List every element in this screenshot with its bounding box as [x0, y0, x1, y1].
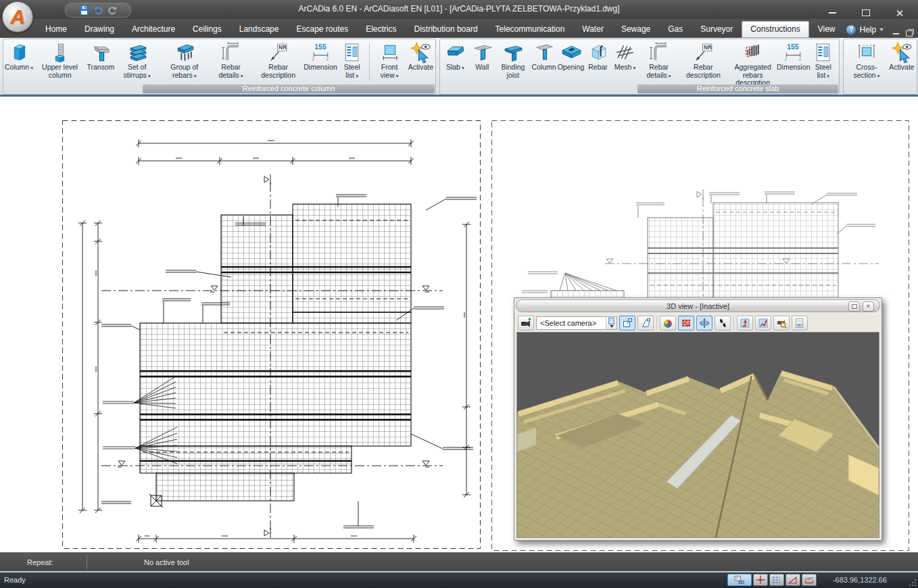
tab-constructions[interactable]: Constructions: [742, 21, 808, 38]
opening-button[interactable]: Opening: [558, 41, 585, 72]
view-up-icon: [740, 318, 750, 328]
chevron-down-icon: ▾: [877, 73, 880, 79]
steel-list-button[interactable]: Steel list▾: [809, 41, 838, 80]
group-of-rebars-button[interactable]: Group of rebars▾: [160, 41, 210, 80]
save-3d-button[interactable]: [792, 316, 808, 330]
3d-view-restore-button[interactable]: [848, 301, 860, 312]
axonometric-view-button[interactable]: [619, 316, 635, 330]
active-tool-status: No active tool: [144, 558, 189, 566]
snap-toggle[interactable]: [753, 574, 768, 586]
opening-icon: [560, 41, 582, 64]
transom-button[interactable]: Transom: [87, 41, 114, 72]
tab-electrics[interactable]: Electrics: [357, 21, 405, 38]
view-move-icon: [758, 318, 769, 328]
rebar-details-button[interactable]: Rebar details▾: [210, 41, 253, 80]
add-camera-button[interactable]: [518, 316, 534, 330]
mesh-button[interactable]: Mesh▾: [612, 41, 639, 72]
rebar-details-icon: [648, 41, 670, 64]
3d-view-title-bar[interactable]: 3D view - [Inactive] ×: [516, 299, 880, 312]
ribbon-button-label: Transom: [87, 63, 114, 71]
rebar-description-button[interactable]: Rebar description: [679, 41, 728, 79]
set-of-stirrups-button[interactable]: Set of stirrups▾: [115, 41, 160, 80]
close-button[interactable]: ✕: [892, 7, 907, 18]
cross-section-button[interactable]: Cross-section▾: [845, 41, 888, 80]
arcadia-app-logo[interactable]: A: [2, 1, 33, 32]
save-icon[interactable]: [79, 5, 89, 16]
dimension-button[interactable]: Dimension: [304, 41, 337, 72]
redo-icon[interactable]: [107, 5, 118, 16]
layers-3d-icon: [734, 575, 745, 585]
textures-icon: [681, 318, 692, 328]
dimension-button[interactable]: Dimension: [778, 41, 809, 72]
steel-list-button[interactable]: Steel list▾: [337, 41, 367, 80]
perspective-view-button[interactable]: [637, 316, 654, 330]
lwt-toggle[interactable]: [802, 574, 817, 586]
ribbon-button-label: Aggregated rebars description: [735, 63, 771, 87]
rebar-details-button[interactable]: Rebar details▾: [639, 41, 679, 80]
walk-button[interactable]: [715, 316, 731, 330]
wall-button[interactable]: Wall: [468, 41, 496, 72]
tab-drawing[interactable]: Drawing: [76, 21, 123, 38]
textures-button[interactable]: [678, 316, 694, 330]
column-button[interactable]: Column: [531, 41, 558, 72]
ribbon-tab-bar: HomeDrawingArchitectureCeilingsLandscape…: [0, 19, 918, 38]
rebar-button[interactable]: Rebar: [585, 41, 612, 72]
find-camera-button[interactable]: [773, 316, 790, 330]
transom-icon: [89, 41, 112, 64]
tab-water[interactable]: Water: [573, 21, 612, 38]
orbit-button[interactable]: [696, 316, 712, 330]
view-up-button[interactable]: [737, 316, 753, 330]
angle-toggle[interactable]: [786, 574, 800, 586]
tab-view[interactable]: View: [809, 21, 844, 38]
ribbon-tabs: HomeDrawingArchitectureCeilingsLandscape…: [37, 21, 844, 38]
resize-grip[interactable]: [909, 579, 917, 587]
front-view-button[interactable]: Front view▾: [372, 41, 407, 80]
undo-icon[interactable]: [93, 5, 103, 16]
upper-level-column-button[interactable]: Upper level column: [33, 41, 87, 79]
rebar-description-button[interactable]: Rebar description: [252, 41, 304, 79]
mesh-icon: [614, 41, 636, 64]
slab-button[interactable]: Slab▾: [441, 41, 468, 72]
maximize-button[interactable]: [859, 7, 873, 18]
lwt-icon: [804, 575, 815, 585]
activate-button[interactable]: Activate: [407, 41, 434, 72]
3d-viewport[interactable]: [516, 332, 879, 538]
help-menu[interactable]: ? Help: [846, 21, 888, 38]
activate-icon: [891, 41, 913, 64]
layers-3d-toggle[interactable]: [727, 574, 752, 586]
tab-telecommunication[interactable]: Telecommunication: [487, 21, 574, 38]
tab-escape-routes[interactable]: Escape routes: [287, 21, 357, 38]
tab-sewage[interactable]: Sewage: [612, 21, 659, 38]
document-restore-button[interactable]: [906, 30, 913, 36]
axonometric-view-icon: [622, 318, 633, 328]
tab-landscape[interactable]: Landscape: [231, 21, 288, 38]
grid-toggle[interactable]: [769, 574, 784, 586]
ribbon-button-label: Set of stirrups: [124, 63, 147, 79]
camera-select[interactable]: <Select camera>: [536, 316, 617, 330]
aggregated-rebars-description-button[interactable]: Aggregated rebars description: [727, 41, 778, 87]
tab-surveyor[interactable]: Surveyor: [692, 21, 742, 38]
column-button[interactable]: Column▾: [5, 41, 33, 72]
ribbon-button-label: Front view: [381, 63, 398, 79]
view-move-button[interactable]: [755, 316, 771, 330]
tab-architecture[interactable]: Architecture: [123, 21, 184, 38]
binding-joist-button[interactable]: Binding joist: [496, 41, 530, 79]
activate-button[interactable]: Activate: [888, 41, 915, 72]
left-viewport-drawing[interactable]: [63, 121, 481, 549]
minimize-button[interactable]: [825, 7, 840, 18]
tab-ceilings[interactable]: Ceilings: [184, 21, 231, 38]
3d-view-close-button[interactable]: ×: [863, 301, 874, 312]
toolbar-separator: [733, 316, 734, 330]
document-minimize-button[interactable]: [893, 33, 899, 34]
tab-distribution-board[interactable]: Distribution board: [406, 21, 487, 38]
tab-gas[interactable]: Gas: [659, 21, 692, 38]
ribbon: Column▾Upper level columnTransomSet of s…: [0, 38, 918, 97]
command-separator: [87, 555, 87, 569]
3d-view-window[interactable]: 3D view - [Inactive] × <Select camera>: [514, 297, 882, 541]
camera-select-dropdown[interactable]: [606, 317, 617, 329]
color-settings-button[interactable]: [660, 316, 676, 330]
tab-home[interactable]: Home: [37, 21, 76, 38]
dimension-icon: [310, 41, 332, 64]
ribbon-button-label: Rebar details: [646, 63, 668, 79]
chevron-down-icon: ▾: [669, 73, 671, 79]
